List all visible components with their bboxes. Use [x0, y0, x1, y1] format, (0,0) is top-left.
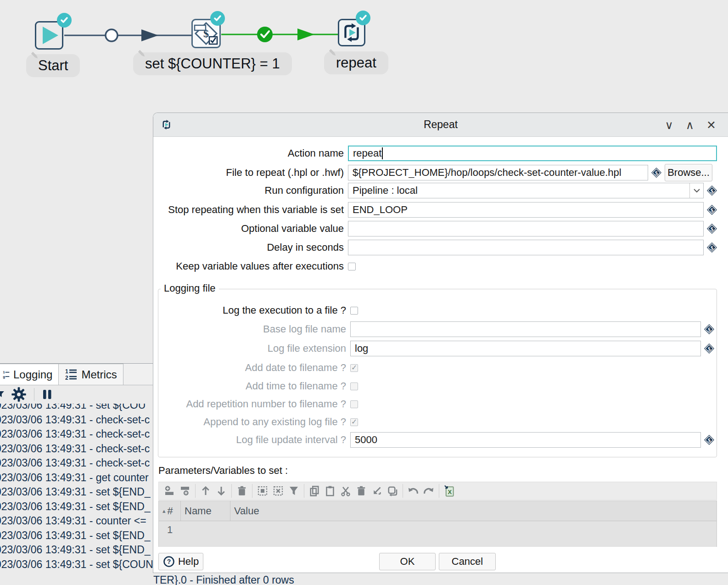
keep-values-label: Keep variable values after executions	[153, 260, 348, 272]
paste-rows-icon[interactable]	[322, 483, 338, 499]
filter-log-icon[interactable]	[0, 389, 6, 399]
chevron-up-icon[interactable]: ∧	[686, 113, 694, 137]
log-to-file-checkbox[interactable]	[350, 307, 358, 315]
node-label-repeat[interactable]: repeat	[324, 51, 388, 74]
delay-input[interactable]	[348, 240, 704, 255]
node-label-set-counter[interactable]: set ${COUNTER} = 1	[133, 52, 292, 75]
log-toolbar	[0, 385, 153, 404]
combo-dropdown-button[interactable]	[689, 183, 703, 198]
tab-logging[interactable]: 1 g Logging	[0, 364, 59, 385]
row-number[interactable]: 1	[159, 521, 181, 547]
column-header-name[interactable]: Name	[181, 501, 230, 521]
stop-variable-value: END_LOOP	[353, 204, 408, 216]
chevron-down-icon[interactable]: ∨	[665, 113, 673, 137]
hop-condition-circle[interactable]	[106, 29, 118, 41]
parameters-table-header: ▴# Name Value	[159, 501, 717, 521]
insert-row-before-icon[interactable]	[162, 483, 177, 499]
log-extension-label: Log file extension	[153, 343, 350, 354]
svg-text:1: 1	[65, 368, 68, 375]
log-line: 023/03/06 13:49:31 - get counter	[0, 471, 153, 485]
move-rows-up-icon[interactable]	[198, 483, 213, 499]
toolbar-separator	[34, 388, 34, 401]
variable-icon[interactable]: $	[704, 435, 714, 445]
variable-icon[interactable]: $	[707, 186, 717, 196]
log-line: 023/03/06 13:49:31 - check-set-c	[0, 427, 153, 442]
action-name-label: Action name	[153, 147, 348, 159]
variable-icon[interactable]: $	[707, 242, 717, 253]
undo-icon[interactable]	[405, 483, 421, 499]
edit-pencil-icon	[328, 48, 338, 58]
update-interval-value: 5000	[355, 434, 377, 446]
hop-arrow-icon	[141, 29, 158, 41]
chevron-down-icon	[693, 188, 700, 193]
add-repetition-checkbox[interactable]	[350, 400, 358, 408]
toolbar-separator	[403, 484, 403, 498]
log-tabbar: 1 g Logging 1 2 Metrics	[0, 364, 153, 385]
node-label-start[interactable]: Start	[26, 54, 80, 77]
log-settings-gear-icon[interactable]	[11, 387, 27, 402]
run-configuration-value: Pipeline : local	[353, 185, 418, 197]
ok-button[interactable]: OK	[379, 553, 436, 570]
variable-icon[interactable]: $	[704, 343, 714, 354]
append-log-label: Append to any existing log file ?	[153, 416, 350, 428]
pause-log-icon[interactable]	[42, 388, 53, 400]
variable-icon[interactable]: $	[704, 324, 714, 334]
copy-rows-icon[interactable]	[307, 483, 322, 499]
copy-to-excel-icon[interactable]: X	[442, 483, 457, 499]
tab-label: Metrics	[81, 368, 117, 381]
base-log-name-input[interactable]	[350, 321, 701, 337]
delete-selected-rows-icon[interactable]	[353, 483, 369, 499]
cancel-button[interactable]: Cancel	[439, 553, 496, 570]
append-log-checkbox[interactable]	[350, 418, 358, 426]
optional-value-input[interactable]	[348, 221, 704, 236]
log-line: 023/03/06 13:49:31 - set ${END_	[0, 485, 153, 500]
add-time-label: Add time to filename ?	[153, 380, 350, 392]
column-header-num[interactable]: ▴#	[159, 501, 181, 521]
base-log-name-label: Base log file name	[153, 323, 350, 335]
log-line: 023/03/06 13:49:31 - set ${COUN	[0, 557, 153, 572]
dialog-title: Repeat	[153, 118, 728, 131]
svg-text:$: $	[711, 207, 713, 214]
variable-icon[interactable]: $	[707, 224, 717, 234]
logging-panel: 1 g Logging 1 2 Metrics	[0, 363, 153, 585]
dialog-titlebar[interactable]: Repeat ∨ ∧ ✕	[153, 113, 728, 137]
duplicate-row-icon[interactable]	[385, 483, 400, 499]
insert-row-after-icon[interactable]	[177, 483, 193, 499]
delete-rows-icon[interactable]	[234, 483, 250, 499]
edit-pencil-icon	[137, 49, 147, 59]
file-to-repeat-input[interactable]: ${PROJECT_HOME}/hop/loops/check-set-coun…	[348, 165, 648, 180]
log-extension-input[interactable]: log	[350, 341, 701, 356]
add-date-checkbox[interactable]	[350, 364, 358, 372]
log-line: 023/03/06 13:49:31 - set ${END_	[0, 529, 153, 543]
toolbar-separator	[231, 484, 232, 498]
toolbar-separator	[439, 484, 439, 498]
log-line: 023/03/06 13:49:31 - counter <=	[0, 514, 153, 529]
parameters-table: ▴# Name Value 1	[158, 501, 717, 547]
browse-button[interactable]: Browse...	[665, 164, 712, 181]
keep-selected-rows-icon[interactable]	[369, 483, 385, 499]
close-icon[interactable]: ✕	[706, 113, 716, 137]
move-rows-down-icon[interactable]	[213, 483, 229, 499]
add-time-checkbox[interactable]	[350, 382, 358, 390]
svg-text:g: g	[3, 375, 5, 379]
action-name-input[interactable]: repeat	[348, 146, 717, 161]
select-all-rows-icon[interactable]	[255, 483, 270, 499]
clear-selection-icon[interactable]	[270, 483, 286, 499]
help-button[interactable]: ? Help	[158, 553, 203, 570]
column-header-value[interactable]: Value	[230, 501, 717, 521]
run-configuration-combo[interactable]: Pipeline : local	[348, 183, 704, 198]
svg-text:$: $	[708, 326, 711, 333]
play-icon	[37, 23, 62, 48]
text-cursor	[382, 147, 383, 159]
filter-rows-icon[interactable]	[286, 483, 302, 499]
success-check-badge	[257, 27, 273, 42]
keep-values-checkbox[interactable]	[348, 263, 356, 270]
add-date-label: Add date to filename ?	[153, 362, 350, 374]
stop-variable-input[interactable]: END_LOOP	[348, 202, 704, 218]
redo-icon[interactable]	[421, 483, 437, 499]
cut-rows-icon[interactable]	[338, 483, 353, 499]
tab-metrics[interactable]: 1 2 Metrics	[59, 364, 123, 385]
update-interval-input[interactable]: 5000	[350, 432, 701, 448]
variable-icon[interactable]: $	[707, 205, 717, 215]
variable-icon[interactable]: $	[651, 168, 661, 178]
